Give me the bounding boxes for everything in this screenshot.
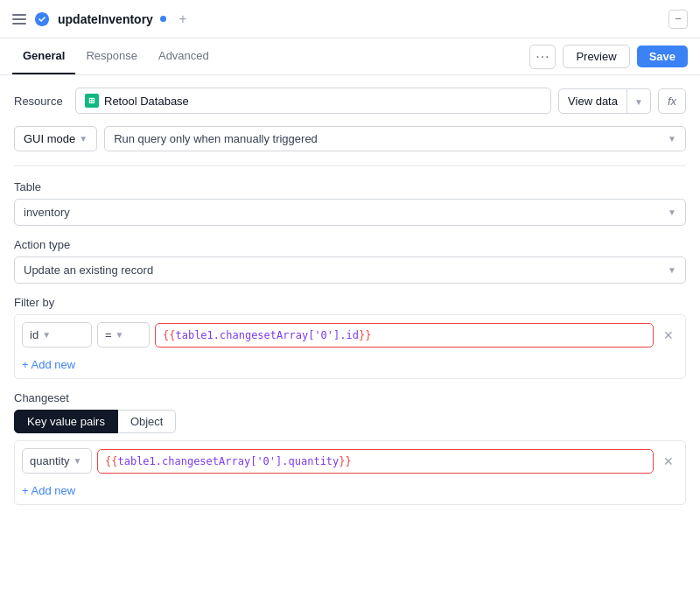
changeset-add-new-button[interactable]: + Add new (22, 484, 678, 497)
filter-operator-select[interactable]: = ▼ (97, 322, 150, 348)
changeset-inner: quantity ▼ {{table1.changesetArray['0'].… (14, 440, 686, 505)
table-select[interactable]: inventory ▼ (14, 199, 686, 226)
tab-bar: General Response Advanced ··· Preview Sa… (0, 39, 700, 75)
minimize-button[interactable]: − (668, 10, 688, 29)
table-label: Table (14, 180, 686, 193)
query-name: updateInventory (58, 12, 153, 26)
hamburger-menu-icon[interactable] (12, 14, 26, 25)
fx-button[interactable]: fx (658, 88, 686, 114)
resource-select[interactable]: ⊞ Retool Database (75, 88, 551, 114)
more-options-button[interactable]: ··· (529, 45, 556, 69)
changeset-tab-object[interactable]: Object (118, 410, 177, 433)
trigger-select[interactable]: Run query only when manually triggered ▼ (104, 126, 686, 151)
db-icon: ⊞ (85, 94, 99, 108)
changeset-section: Changeset Key value pairs Object quantit… (14, 391, 686, 505)
filter-value-input[interactable]: {{table1.changesetArray['0'].id}} (155, 323, 654, 348)
tab-general[interactable]: General (12, 39, 75, 74)
filter-row: id ▼ = ▼ {{table1.changesetArray['0'].id… (22, 322, 678, 348)
action-type-select[interactable]: Update an existing record ▼ (14, 256, 686, 284)
action-type-label: Action type (14, 238, 686, 251)
resource-row: Resource ⊞ Retool Database View data ▼ f… (14, 88, 686, 114)
filter-by-inner: id ▼ = ▼ {{table1.changesetArray['0'].id… (14, 314, 686, 379)
save-button[interactable]: Save (637, 46, 688, 67)
changeset-row: quantity ▼ {{table1.changesetArray['0'].… (22, 448, 678, 474)
changeset-delete-button[interactable]: ✕ (659, 452, 678, 471)
filter-by-section: Filter by id ▼ = ▼ {{table1.changesetArr… (14, 296, 686, 379)
tab-advanced[interactable]: Advanced (148, 39, 220, 74)
filter-add-new-button[interactable]: + Add new (22, 358, 678, 371)
table-section: Table inventory ▼ (14, 180, 686, 226)
filter-field-select[interactable]: id ▼ (22, 322, 92, 348)
main-content: Resource ⊞ Retool Database View data ▼ f… (0, 75, 700, 517)
action-type-section: Action type Update an existing record ▼ (14, 238, 686, 284)
resource-label: Resource (14, 95, 68, 108)
logo-icon (33, 11, 51, 28)
changeset-field-select[interactable]: quantity ▼ (22, 448, 92, 474)
mode-row: GUI mode ▼ Run query only when manually … (14, 126, 686, 151)
title-bar: updateInventory + − (0, 0, 700, 39)
view-data-button[interactable]: View data (558, 88, 627, 114)
view-data-chevron-icon[interactable]: ▼ (627, 88, 651, 114)
preview-button[interactable]: Preview (563, 45, 629, 68)
tab-response[interactable]: Response (75, 39, 148, 74)
changeset-tabs: Key value pairs Object (14, 410, 686, 433)
filter-delete-button[interactable]: ✕ (659, 326, 678, 345)
unsaved-indicator (160, 16, 166, 22)
add-query-button[interactable]: + (173, 10, 192, 29)
gui-mode-button[interactable]: GUI mode ▼ (14, 126, 97, 151)
changeset-label: Changeset (14, 391, 686, 404)
resource-name: Retool Database (104, 95, 189, 108)
changeset-tab-key-value[interactable]: Key value pairs (14, 410, 118, 433)
divider (14, 165, 686, 166)
changeset-value-input[interactable]: {{table1.changesetArray['0'].quantity}} (97, 449, 654, 474)
filter-by-label: Filter by (14, 296, 686, 309)
